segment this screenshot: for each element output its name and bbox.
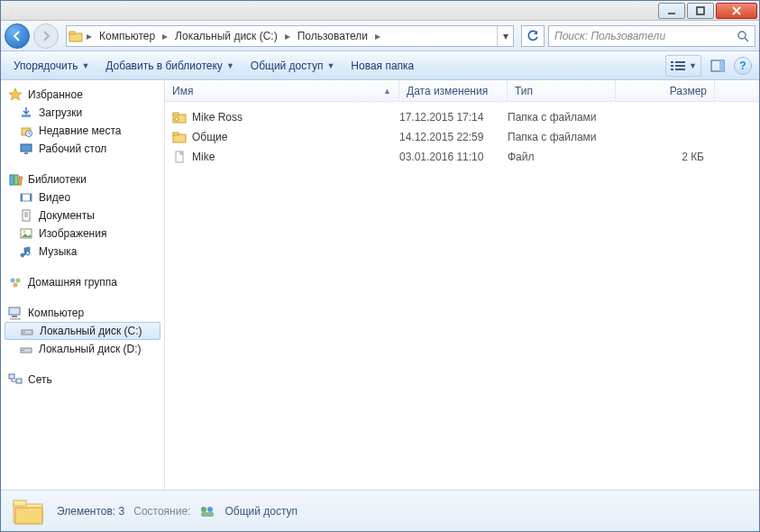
svg-rect-1 (697, 7, 704, 14)
svg-rect-10 (671, 65, 673, 67)
video-icon (19, 190, 33, 205)
svg-rect-8 (671, 61, 673, 63)
libraries-icon (8, 172, 23, 187)
folder-user-icon (172, 110, 187, 124)
titlebar-menu-blur: · (1, 5, 658, 17)
svg-rect-11 (675, 65, 685, 67)
new-folder-button[interactable]: Новая папка (345, 56, 419, 76)
sidebar-network[interactable]: Сеть (1, 371, 164, 389)
breadcrumb-users[interactable]: Пользователи (292, 26, 373, 46)
sidebar-item-video[interactable]: Видео (1, 188, 164, 206)
file-list-pane: Имя ▲ Дата изменения Тип Размер Mike Ros… (165, 80, 759, 490)
svg-point-33 (11, 279, 15, 283)
svg-rect-23 (18, 177, 22, 185)
svg-rect-15 (719, 60, 724, 71)
sidebar-item-drive-c[interactable]: Локальный диск (C:) (5, 322, 160, 340)
list-item[interactable]: Mike 03.01.2016 11:10 Файл 2 КБ (165, 147, 759, 167)
svg-point-6 (738, 32, 746, 39)
desktop-icon (19, 142, 33, 156)
sidebar-libraries[interactable]: Библиотеки (1, 170, 164, 188)
sidebar-item-downloads[interactable]: Загрузки (1, 104, 164, 122)
breadcrumb-drive-c[interactable]: Локальный диск (C:) (169, 26, 283, 46)
svg-rect-13 (675, 69, 685, 70)
homegroup-icon (8, 275, 23, 289)
titlebar: · (1, 1, 759, 21)
svg-rect-22 (14, 175, 18, 185)
column-name[interactable]: Имя ▲ (165, 80, 399, 101)
svg-rect-40 (23, 332, 25, 333)
explorer-window: · ▸ Компьютер ▸ Лока (0, 0, 760, 532)
column-size[interactable]: Размер (616, 80, 715, 101)
svg-rect-38 (10, 318, 21, 320)
column-headers: Имя ▲ Дата изменения Тип Размер (165, 80, 759, 102)
column-type[interactable]: Тип (508, 80, 616, 101)
refresh-button[interactable] (521, 25, 545, 47)
folder-large-icon (12, 495, 44, 527)
file-list[interactable]: Mike Ross 17.12.2015 17:14 Папка с файла… (165, 102, 759, 490)
add-to-library-button[interactable]: Добавить в библиотеку▼ (100, 56, 239, 76)
forward-button[interactable] (33, 23, 59, 49)
chevron-right-icon: ▸ (283, 30, 292, 42)
organize-button[interactable]: Упорядочить▼ (8, 56, 95, 76)
close-button[interactable] (716, 3, 757, 19)
breadcrumb-computer[interactable]: Компьютер (94, 26, 160, 46)
sidebar-item-documents[interactable]: Документы (1, 206, 164, 225)
svg-point-34 (16, 279, 21, 283)
svg-rect-56 (201, 512, 214, 517)
sidebar-item-recent[interactable]: Недавние места (1, 122, 164, 140)
address-dropdown[interactable]: ▾ (497, 26, 513, 46)
svg-rect-42 (22, 350, 24, 351)
svg-line-7 (745, 38, 748, 41)
list-item[interactable]: Общие 14.12.2015 22:59 Папка с файлами (165, 127, 759, 147)
minimize-button[interactable] (658, 3, 685, 19)
svg-rect-12 (671, 69, 673, 70)
pictures-icon (19, 226, 33, 241)
svg-rect-36 (9, 307, 20, 315)
sidebar-favorites[interactable]: Избранное (1, 86, 164, 104)
computer-icon (8, 306, 23, 320)
documents-icon (19, 208, 33, 223)
sidebar-item-music[interactable]: Музыка (1, 243, 164, 261)
item-count: Элементов: 3 (57, 505, 124, 518)
explorer-body: Избранное Загрузки Недавние места Рабочи… (1, 80, 759, 490)
file-icon (172, 150, 187, 164)
view-options-button[interactable]: ▼ (665, 55, 701, 77)
share-button[interactable]: Общий доступ▼ (245, 56, 341, 76)
back-button[interactable] (5, 23, 30, 49)
svg-rect-19 (21, 144, 32, 151)
svg-point-55 (207, 507, 213, 512)
sidebar-item-drive-d[interactable]: Локальный диск (D:) (1, 340, 164, 358)
downloads-icon (19, 105, 33, 120)
maximize-button[interactable] (687, 3, 714, 19)
svg-rect-44 (16, 379, 22, 383)
chevron-down-icon: ▼ (689, 61, 697, 70)
status-share: Общий доступ (224, 505, 298, 518)
chevron-right-icon: ▸ (160, 30, 169, 42)
search-icon (737, 30, 749, 42)
sidebar-item-desktop[interactable]: Рабочий стол (1, 140, 164, 158)
window-controls (658, 3, 759, 19)
chevron-down-icon: ▼ (326, 61, 334, 70)
svg-rect-9 (675, 61, 685, 63)
sidebar-item-pictures[interactable]: Изображения (1, 225, 164, 243)
search-input[interactable]: Поиск: Пользователи (548, 25, 755, 47)
address-bar[interactable]: ▸ Компьютер ▸ Локальный диск (C:) ▸ Поль… (66, 25, 514, 47)
folder-icon (67, 30, 85, 42)
chevron-down-icon: ▼ (226, 61, 234, 70)
column-date[interactable]: Дата изменения (399, 80, 508, 101)
chevron-right-icon: ▸ (85, 30, 94, 42)
status-bar: Элементов: 3 Состояние: Общий доступ (1, 490, 759, 531)
sidebar-computer[interactable]: Компьютер (1, 304, 164, 322)
preview-pane-button[interactable] (707, 55, 728, 77)
drive-icon (20, 324, 34, 338)
svg-point-54 (201, 507, 206, 512)
help-button[interactable]: ? (734, 57, 752, 75)
list-item[interactable]: Mike Ross 17.12.2015 17:14 Папка с файла… (165, 107, 759, 127)
svg-rect-43 (9, 374, 14, 379)
recent-icon (19, 124, 33, 138)
svg-rect-37 (12, 316, 17, 317)
sidebar-homegroup[interactable]: Домашняя группа (1, 273, 164, 291)
svg-rect-27 (23, 210, 30, 221)
sort-asc-icon: ▲ (383, 87, 391, 96)
search-placeholder: Поиск: Пользователи (554, 30, 665, 42)
